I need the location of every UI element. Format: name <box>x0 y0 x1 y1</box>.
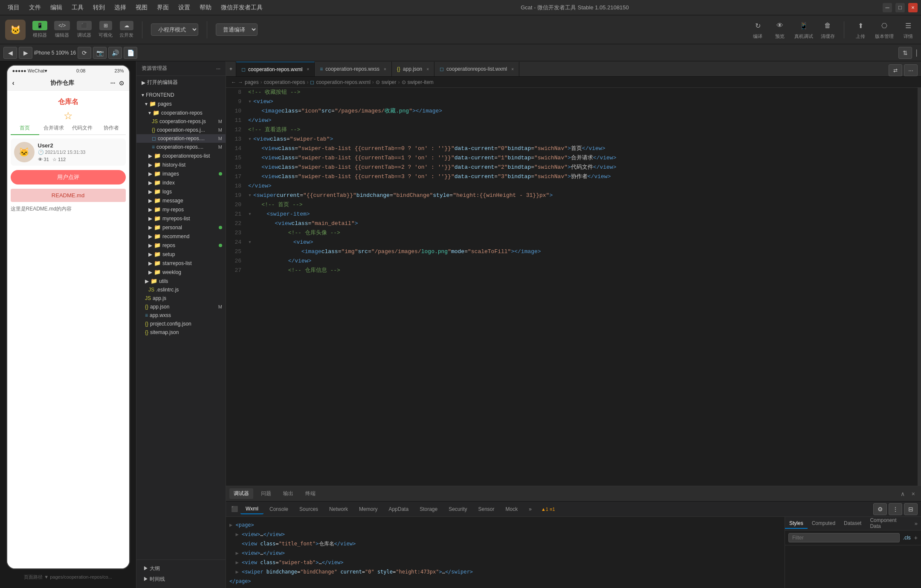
phone-tab-merge[interactable]: 合并请求 <box>39 122 68 134</box>
tab-add-icon[interactable]: + <box>226 62 236 76</box>
sidebar-item-sitemap[interactable]: {} sitemap.json <box>136 328 226 337</box>
devtool-tab-memory[interactable]: Memory <box>354 504 382 514</box>
clear-cache-button[interactable]: 🗑 <box>820 20 835 32</box>
devtool-tab-console[interactable]: Console <box>264 504 293 514</box>
devtool-tab-network[interactable]: Network <box>324 504 353 514</box>
compile-button[interactable]: ↻ <box>750 20 765 32</box>
debugger-button[interactable]: ⬛ <box>77 21 92 30</box>
audio-button[interactable]: 🔊 <box>108 47 122 59</box>
sidebar-item-recommend[interactable]: ▶ 📁 recommend <box>136 232 226 241</box>
bottom-tab-terminal[interactable]: 终端 <box>301 488 320 499</box>
minimize-button[interactable]: ─ <box>883 3 892 12</box>
menu-item-interface[interactable]: 界面 <box>153 2 173 13</box>
phone-record-icon[interactable]: ⊙ <box>119 80 124 86</box>
sidebar-item-coop-js[interactable]: JS cooperation-repos.js M <box>136 117 226 126</box>
sidebar-item-appjson[interactable]: {} app.json M <box>136 303 226 311</box>
dom-line-page-close[interactable]: </page> <box>229 576 781 586</box>
devtools-newline-icon[interactable]: ⊟ <box>904 503 918 515</box>
sidebar-timeline[interactable]: ▶ 时间线 <box>140 574 222 585</box>
sidebar-item-logs[interactable]: ▶ 📁 logs <box>136 187 226 196</box>
sort-button[interactable]: ⇅ <box>898 47 912 59</box>
phone-back-icon[interactable]: ‹ <box>12 79 14 87</box>
fold-icon[interactable]: ▶ <box>235 569 238 575</box>
breadcrumb-forward-icon[interactable]: → <box>238 79 243 85</box>
menu-item-tool[interactable]: 工具 <box>67 2 88 13</box>
sidebar-item-pages[interactable]: ▾ 📁 pages <box>136 99 226 108</box>
readme-button[interactable]: README.md <box>11 189 126 202</box>
nav-back-button[interactable]: ◀ <box>3 47 17 59</box>
screenshot-button[interactable]: 📷 <box>93 47 107 59</box>
real-debug-button[interactable]: 📱 <box>796 20 811 32</box>
devtool-tab-security[interactable]: Security <box>443 504 472 514</box>
menu-item-select[interactable]: 选择 <box>110 2 130 13</box>
menu-item-settings[interactable]: 设置 <box>174 2 194 13</box>
bottom-tab-debugger[interactable]: 调试器 <box>229 488 253 499</box>
breadcrumb-wxml[interactable]: cooperation-repos.wxml <box>316 79 370 85</box>
devtools-menu-icon[interactable]: ⋮ <box>889 503 902 515</box>
dom-line-title[interactable]: <view class="title_font">仓库名</view> <box>229 539 781 548</box>
menu-item-project[interactable]: 项目 <box>3 2 24 13</box>
breadcrumb-swiper-item[interactable]: swiper-item <box>408 79 434 85</box>
sidebar-item-personal[interactable]: ▶ 📁 personal <box>136 223 226 232</box>
rotate-button[interactable]: ⟳ <box>78 47 91 59</box>
devtool-tab-wxml[interactable]: Wxml <box>240 504 264 514</box>
sidebar-item-index[interactable]: ▶ 📁 index <box>136 178 226 187</box>
phone-tab-home[interactable]: 首页 <box>11 122 40 135</box>
style-tab-dataset[interactable]: Dataset <box>840 519 866 529</box>
sidebar-item-starrepos-list[interactable]: ▶ 📁 starrepos-list <box>136 259 226 268</box>
tab-coop-wxss[interactable]: ≡ cooperation-repos.wxss × <box>315 62 392 76</box>
fold-icon[interactable]: ▶ <box>229 522 232 528</box>
sidebar-item-myrepos-list[interactable]: ▶ 📁 myrepos-list <box>136 214 226 223</box>
sidebar-item-coop-wxml[interactable]: ◻ cooperation-repos.... M <box>136 134 226 143</box>
panel-collapse-icon[interactable]: ∧ <box>898 490 907 498</box>
sidebar-item-repos[interactable]: ▶ 📁 repos <box>136 241 226 250</box>
menu-item-view[interactable]: 视图 <box>131 2 152 13</box>
devtool-tab-sensor[interactable]: Sensor <box>473 504 500 514</box>
sidebar-item-cooperation-repos[interactable]: ▾ 📁 cooperation-repos <box>136 108 226 117</box>
sidebar-open-editors-item[interactable]: ▶ 打开的编辑器 <box>136 78 226 87</box>
breadcrumb-coop[interactable]: cooperation-repos <box>264 79 305 85</box>
menu-item-edit[interactable]: 编辑 <box>46 2 67 13</box>
sidebar-item-my-repos[interactable]: ▶ 📁 my-repos <box>136 205 226 214</box>
tab-appjson[interactable]: {} app.json × <box>392 62 434 76</box>
sidebar-item-cooperationrepos-list[interactable]: ▶ 📁 cooperationrepos-list <box>136 151 226 160</box>
sidebar-item-message[interactable]: ▶ 📁 message <box>136 196 226 205</box>
menu-item-goto[interactable]: 转到 <box>89 2 109 13</box>
sidebar-item-projectconfig[interactable]: {} project.config.json <box>136 320 226 328</box>
tab-coop-wxml[interactable]: ◻ cooperation-repos.wxml × <box>236 62 315 76</box>
devtool-tab-mock[interactable]: Mock <box>501 504 523 514</box>
fold-icon[interactable]: ▶ <box>235 559 238 565</box>
visualize-button[interactable]: ⊞ <box>99 21 112 30</box>
sidebar-menu-icon[interactable]: ··· <box>216 66 220 72</box>
breadcrumb-back-icon[interactable]: ← <box>231 79 236 85</box>
sidebar-item-appwxss[interactable]: ≡ app.wxss <box>136 311 226 320</box>
menu-item-help[interactable]: 帮助 <box>195 2 216 13</box>
fold-icon[interactable]: ▶ <box>235 550 238 556</box>
tab-close-icon[interactable]: × <box>384 67 386 72</box>
devtool-tab-more[interactable]: » <box>524 504 537 514</box>
dom-line-page[interactable]: ▶ <page> <box>229 520 781 530</box>
sidebar-item-setup[interactable]: ▶ 📁 setup <box>136 250 226 259</box>
sidebar-item-coop-wxss[interactable]: ≡ cooperation-repos.... M <box>136 143 226 151</box>
devtool-tab-appdata[interactable]: AppData <box>383 504 414 514</box>
sidebar-section-frontend[interactable]: ▾ FRONTEND <box>136 91 226 99</box>
mode-select[interactable]: 小程序模式 <box>151 23 198 36</box>
breadcrumb-swiper[interactable]: swiper <box>382 79 397 85</box>
sidebar-item-images[interactable]: ▶ 📁 images <box>136 169 226 178</box>
filter-cls-button[interactable]: .cls <box>903 535 911 541</box>
tab-cooplist-wxml[interactable]: ◻ cooperationrepos-list.wxml × <box>434 62 519 76</box>
tab-close-icon[interactable]: × <box>307 67 309 72</box>
filter-add-button[interactable]: + <box>914 534 918 541</box>
dom-line-view2[interactable]: ▶ <view>…</view> <box>229 548 781 558</box>
styles-more-icon[interactable]: » <box>911 520 921 527</box>
editor-scrollbar[interactable] <box>918 88 921 486</box>
dom-line-view1[interactable]: ▶ <view>…</view> <box>229 530 781 539</box>
sidebar-item-coop-json[interactable]: {} cooperation-repos.j... M <box>136 126 226 134</box>
style-tab-computed[interactable]: Computed <box>808 519 840 529</box>
preview-button[interactable]: 👁 <box>772 20 788 32</box>
filter-input[interactable] <box>788 533 900 542</box>
sidebar-item-utils[interactable]: ▶ 📁 utils <box>136 277 226 285</box>
fold-icon[interactable]: ▶ <box>235 531 238 537</box>
bottom-tab-problems[interactable]: 问题 <box>257 488 275 499</box>
style-tab-styles[interactable]: Styles <box>785 519 808 529</box>
